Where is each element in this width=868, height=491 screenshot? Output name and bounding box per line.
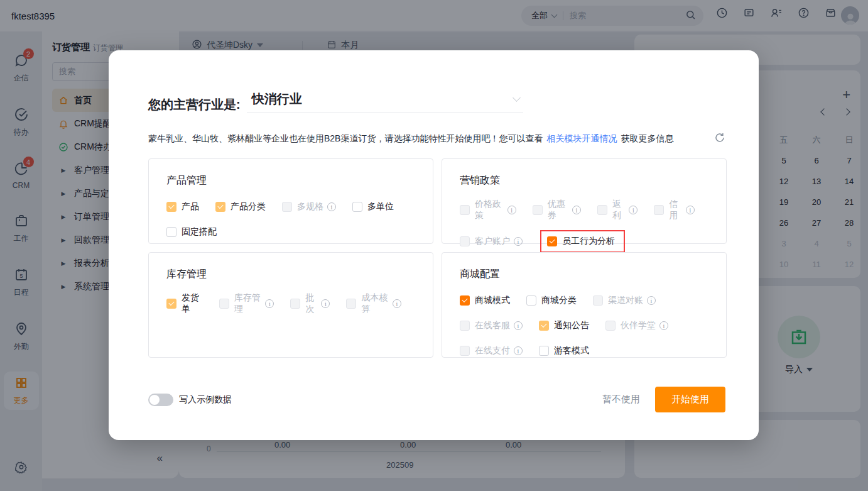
info-icon[interactable] — [514, 237, 523, 246]
feature-checkbox[interactable]: 商城分类 — [526, 295, 577, 306]
info-icon[interactable] — [572, 206, 581, 214]
checkbox-disabled-icon — [593, 295, 603, 306]
feature-checkbox[interactable]: 信用 — [654, 199, 695, 221]
checkbox-disabled-icon — [654, 205, 664, 215]
info-icon[interactable] — [686, 206, 695, 214]
group-title: 商城配置 — [460, 268, 711, 281]
checkbox-disabled-icon — [597, 205, 607, 215]
chevron-down-icon — [513, 94, 521, 102]
industry-value: 快消行业 — [252, 91, 302, 108]
feature-checkbox[interactable]: 客户账户 — [460, 236, 523, 247]
feature-checkbox[interactable]: 在线客服 — [460, 320, 523, 331]
group-title: 库存管理 — [166, 268, 418, 281]
industry-question: 您的主营行业是: — [148, 96, 241, 113]
info-icon[interactable] — [514, 346, 523, 355]
feature-checkbox[interactable]: 多单位 — [352, 201, 394, 212]
group-marketing-policy: 营销政策 价格政策 优惠券 返利 信用 客户账户 员工行为分析 — [442, 158, 727, 244]
checkbox-checked-icon — [460, 295, 470, 306]
group-title: 产品管理 — [166, 174, 418, 187]
feature-checkbox[interactable]: 优惠券 — [533, 199, 581, 221]
checkbox-checked-icon — [215, 202, 225, 212]
industry-select[interactable]: 快消行业 — [247, 91, 523, 113]
checkbox-disabled-icon — [346, 299, 356, 309]
checkbox-disabled-icon — [460, 236, 470, 246]
feature-groups: 产品管理 产品 产品分类 多规格 多单位 固定搭配 营销政策 价格政策 优惠券 … — [148, 158, 725, 358]
feature-checkbox[interactable]: 游客模式 — [539, 345, 589, 356]
checkbox-disabled-icon — [282, 202, 292, 212]
checkbox-disabled-icon — [290, 299, 300, 309]
module-status-link[interactable]: 相关模块开通情况 — [546, 133, 617, 143]
group-title: 营销政策 — [460, 174, 711, 187]
checkbox-disabled-icon — [605, 321, 616, 331]
checkbox-unchecked-icon — [166, 227, 176, 237]
info-icon[interactable] — [321, 299, 330, 308]
feature-checkbox[interactable]: 商城模式 — [460, 295, 510, 306]
info-icon[interactable] — [507, 206, 516, 214]
checkbox-disabled-icon — [460, 205, 470, 215]
feature-checkbox-staff-behavior[interactable]: 员工行为分析 — [547, 236, 615, 247]
feature-checkbox[interactable]: 渠道对账 — [593, 295, 656, 306]
feature-checkbox[interactable]: 在线支付 — [460, 345, 523, 356]
group-inventory-mgmt: 库存管理 发货单 库存管理 批次 成本核算 — [148, 252, 433, 358]
checkbox-checked-icon — [539, 321, 549, 331]
modal-footer: 写入示例数据 暂不使用 开始使用 — [148, 387, 725, 412]
info-icon[interactable] — [659, 321, 668, 330]
feature-checkbox[interactable]: 多规格 — [282, 201, 336, 212]
description-text: 蒙牛乳业、华山牧、紫林醋业等企业也在使用B2B渠道订货，请选择功能特性开始使用吧… — [148, 133, 673, 145]
skip-button[interactable]: 暂不使用 — [602, 394, 640, 405]
checkbox-checked-icon — [166, 202, 176, 212]
checkbox-disabled-icon — [460, 321, 470, 331]
info-icon[interactable] — [393, 299, 401, 308]
info-icon[interactable] — [514, 321, 523, 330]
feature-checkbox[interactable]: 库存管理 — [219, 292, 274, 315]
checkbox-checked-icon — [547, 236, 557, 246]
checkbox-unchecked-icon — [526, 295, 536, 306]
industry-row: 您的主营行业是: 快消行业 — [148, 91, 725, 113]
checkbox-disabled-icon — [219, 299, 229, 309]
description-row: 蒙牛乳业、华山牧、紫林醋业等企业也在使用B2B渠道订货，请选择功能特性开始使用吧… — [148, 132, 725, 146]
checkbox-unchecked-icon — [352, 202, 362, 212]
checkbox-checked-icon — [166, 299, 176, 309]
checkbox-disabled-icon — [533, 205, 543, 215]
setup-modal: 您的主营行业是: 快消行业 蒙牛乳业、华山牧、紫林醋业等企业也在使用B2B渠道订… — [109, 50, 759, 440]
feature-checkbox[interactable]: 成本核算 — [346, 292, 401, 315]
info-icon[interactable] — [629, 206, 637, 214]
feature-checkbox[interactable]: 返利 — [597, 199, 638, 221]
info-icon[interactable] — [265, 299, 274, 308]
feature-checkbox[interactable]: 批次 — [290, 292, 330, 315]
feature-checkbox[interactable]: 固定搭配 — [166, 226, 217, 238]
feature-checkbox[interactable]: 发货单 — [166, 292, 203, 315]
checkbox-unchecked-icon — [539, 346, 549, 356]
sample-data-label: 写入示例数据 — [179, 394, 232, 405]
footer-buttons: 暂不使用 开始使用 — [602, 387, 725, 412]
app-screen: fktest8395 全部 搜索 2 企信 待办 — [0, 0, 868, 491]
group-mall-config: 商城配置 商城模式 商城分类 渠道对账 在线客服 通知公告 伙伴学堂 在线支付 … — [442, 252, 727, 358]
info-icon[interactable] — [647, 296, 656, 305]
info-icon[interactable] — [327, 202, 336, 211]
group-product-mgmt: 产品管理 产品 产品分类 多规格 多单位 固定搭配 — [148, 158, 433, 244]
feature-checkbox[interactable]: 伙伴学堂 — [605, 320, 668, 331]
refresh-icon[interactable] — [714, 132, 725, 146]
feature-checkbox[interactable]: 价格政策 — [460, 199, 516, 221]
feature-checkbox[interactable]: 通知公告 — [539, 320, 589, 331]
feature-checkbox[interactable]: 产品分类 — [215, 201, 266, 212]
start-button[interactable]: 开始使用 — [655, 387, 725, 412]
feature-checkbox[interactable]: 产品 — [166, 201, 199, 212]
sample-data-toggle[interactable] — [148, 394, 173, 406]
highlight-box: 员工行为分析 — [540, 230, 625, 253]
sample-data-toggle-group: 写入示例数据 — [148, 394, 232, 406]
checkbox-disabled-icon — [460, 346, 470, 356]
